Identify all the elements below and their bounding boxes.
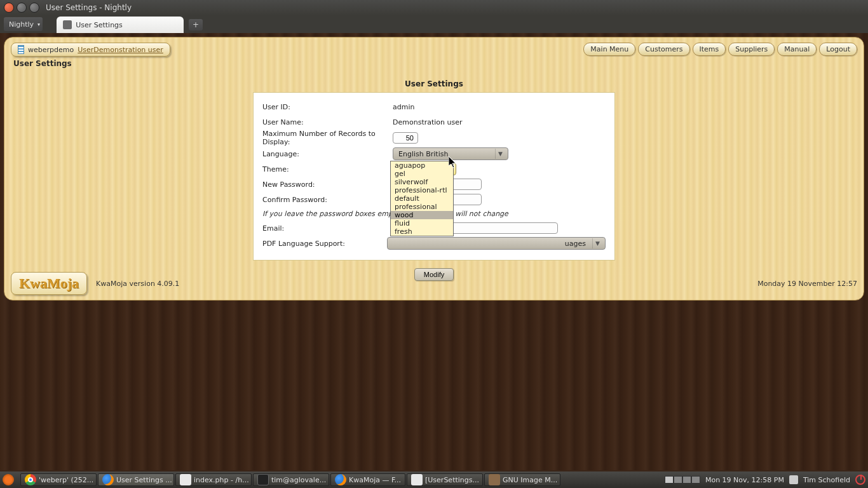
page-title: User Settings bbox=[13, 59, 857, 68]
panel-user[interactable]: Tim Schofield bbox=[803, 476, 850, 484]
chevron-down-icon: ▼ bbox=[495, 149, 505, 159]
theme-label: Theme: bbox=[262, 165, 393, 173]
firefox-menu-button[interactable]: Nightly bbox=[4, 17, 43, 31]
theme-option-professional[interactable]: professional bbox=[391, 203, 453, 211]
pdf-select-partial: uages bbox=[565, 240, 586, 248]
task-gimp[interactable]: GNU Image M... bbox=[484, 473, 560, 486]
chevron-down-icon: ▼ bbox=[592, 238, 602, 248]
theme-option-gel[interactable]: gel bbox=[391, 170, 453, 178]
logo-card[interactable]: KwaMoja bbox=[11, 272, 87, 295]
pdf-label: PDF Language Support: bbox=[262, 240, 387, 248]
theme-option-default[interactable]: default bbox=[391, 194, 453, 203]
database-icon bbox=[18, 45, 24, 54]
new-password-label: New Password: bbox=[262, 180, 393, 189]
ubuntu-panel: 'weberp' (252... User Settings ... index… bbox=[0, 471, 868, 488]
app-panel: weberpdemo UserDemonstration user Main M… bbox=[4, 37, 864, 301]
language-label: Language: bbox=[262, 150, 393, 158]
task-usersettings[interactable]: [UserSettings... bbox=[407, 473, 483, 486]
task-firefox[interactable]: User Settings ... bbox=[98, 473, 174, 486]
tab-favicon-icon bbox=[63, 20, 72, 29]
gimp-icon bbox=[489, 474, 500, 485]
user-name-label: User Name: bbox=[262, 118, 393, 126]
theme-option-silverwolf[interactable]: silverwolf bbox=[391, 178, 453, 186]
email-label: Email: bbox=[262, 224, 393, 233]
user-id-label: User ID: bbox=[262, 103, 393, 111]
show-desktop-icon[interactable] bbox=[3, 474, 14, 485]
nav-logout[interactable]: Logout bbox=[819, 43, 857, 56]
nav-suppliers[interactable]: Suppliers bbox=[728, 43, 775, 56]
top-nav: Main Menu Customers Items Suppliers Manu… bbox=[583, 43, 857, 56]
user-id-value: admin bbox=[393, 103, 606, 111]
terminal-icon bbox=[257, 474, 269, 485]
logo-text: KwaMoja bbox=[19, 275, 79, 291]
browser-tab-strip: Nightly User Settings + bbox=[0, 15, 868, 33]
task-gedit[interactable]: index.php - /h... bbox=[175, 473, 252, 486]
user-name-value: Demonstration user bbox=[393, 118, 606, 126]
pdf-language-select[interactable]: . uages ▼ bbox=[387, 237, 606, 250]
window-minimize-icon[interactable] bbox=[17, 3, 27, 13]
theme-option-fresh[interactable]: fresh bbox=[391, 227, 453, 236]
window-close-icon[interactable] bbox=[4, 3, 14, 13]
chrome-icon bbox=[25, 474, 36, 485]
confirm-password-label: Confirm Password: bbox=[262, 196, 393, 204]
theme-dropdown-list: aguapop gel silverwolf professional-rtl … bbox=[390, 161, 454, 236]
max-records-input[interactable] bbox=[393, 132, 418, 144]
language-select-value: English British bbox=[398, 150, 448, 158]
breadcrumb-db: weberpdemo bbox=[28, 46, 74, 54]
app-footer: KwaMoja KwaMoja version 4.09.1 Monday 19… bbox=[11, 272, 857, 295]
window-title: User Settings - Nightly bbox=[46, 3, 132, 12]
nav-manual[interactable]: Manual bbox=[777, 43, 817, 56]
new-tab-button[interactable]: + bbox=[189, 19, 203, 30]
workspace-switcher[interactable] bbox=[665, 476, 700, 484]
nav-main-menu[interactable]: Main Menu bbox=[583, 43, 635, 56]
tab-label: User Settings bbox=[76, 21, 123, 29]
app-background: weberpdemo UserDemonstration user Main M… bbox=[0, 33, 868, 470]
footer-datetime: Monday 19 November 12:57 bbox=[757, 280, 857, 288]
nav-customers[interactable]: Customers bbox=[638, 43, 689, 56]
theme-option-fluid[interactable]: fluid bbox=[391, 219, 453, 227]
browser-tab[interactable]: User Settings bbox=[57, 17, 184, 33]
panel-clock[interactable]: Mon 19 Nov, 12:58 PM bbox=[705, 476, 784, 484]
theme-option-professional-rtl[interactable]: professional-rtl bbox=[391, 186, 453, 194]
gedit-icon bbox=[411, 474, 423, 485]
theme-option-aguapop[interactable]: aguapop bbox=[391, 161, 453, 170]
form-title: User Settings bbox=[11, 79, 857, 88]
nav-items[interactable]: Items bbox=[693, 43, 726, 56]
version-text: KwaMoja version 4.09.1 bbox=[96, 280, 179, 288]
theme-option-wood[interactable]: wood bbox=[391, 211, 453, 219]
power-icon[interactable] bbox=[855, 475, 865, 485]
window-titlebar: User Settings - Nightly bbox=[0, 0, 868, 15]
gedit-icon bbox=[180, 474, 191, 485]
task-chrome[interactable]: 'weberp' (252... bbox=[20, 473, 97, 486]
task-terminal[interactable]: tim@aglovale... bbox=[253, 473, 329, 486]
max-records-label: Maximum Number of Records to Display: bbox=[262, 130, 393, 146]
task-kwamoja[interactable]: KwaMoja — F... bbox=[330, 473, 405, 486]
firefox-icon bbox=[102, 474, 114, 485]
window-maximize-icon[interactable] bbox=[29, 3, 39, 13]
settings-form: User ID: admin User Name: Demonstration … bbox=[253, 92, 615, 261]
firefox-icon bbox=[335, 474, 346, 485]
breadcrumb-user-prefix: User bbox=[78, 46, 93, 54]
user-menu-icon[interactable] bbox=[789, 475, 798, 484]
breadcrumb-user: Demonstration user bbox=[93, 46, 163, 54]
language-select[interactable]: English British ▼ bbox=[393, 147, 508, 160]
breadcrumb[interactable]: weberpdemo UserDemonstration user bbox=[11, 43, 170, 57]
